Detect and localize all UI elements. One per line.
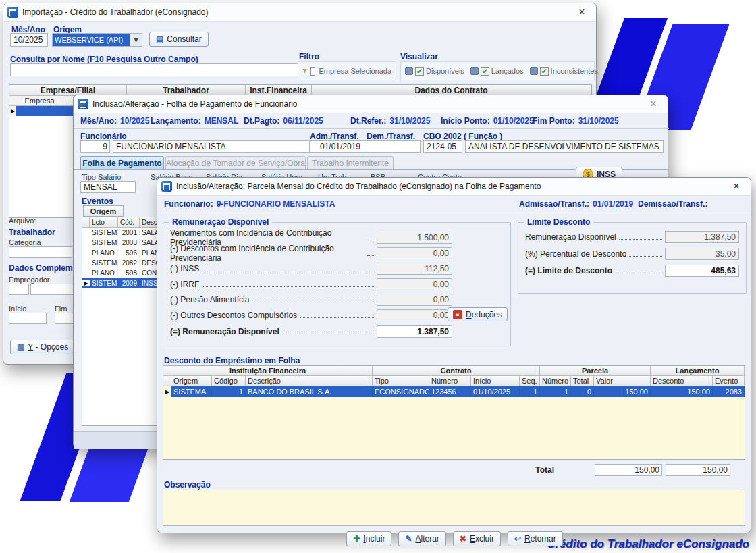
row-value-field: 0,00 (377, 309, 452, 321)
cell-lcto: SISTEMA (90, 229, 118, 236)
toggle-icon (405, 67, 413, 75)
cell-seq: 1 (520, 386, 540, 397)
alterar-button[interactable]: ✎ Alterar (398, 531, 446, 546)
mes-ano-field[interactable]: 10/2025 (10, 33, 48, 47)
cbo-name-field[interactable]: ANALISTA DE DESENVOLVIMENTO DE SISTEMAS (465, 140, 664, 153)
arquivo-label: Arquivo: (9, 217, 36, 225)
consultar-button[interactable]: ▤ Consultar (149, 32, 209, 47)
empregador-field-1[interactable] (9, 284, 29, 295)
eventos-origem-tab[interactable]: Origem (83, 205, 124, 217)
separator (74, 128, 669, 129)
row-label: (-) INSS (170, 264, 199, 273)
row-marker-icon: ▶ (82, 280, 90, 286)
row-label: (%) Percentual de Desconto (525, 249, 626, 259)
cell-descricao: BANCO DO BRASIL S.A. (246, 386, 373, 397)
visualizar-option-disponiveis[interactable]: ✔ Disponíveis (405, 67, 464, 76)
emprestimo-row-selected[interactable]: ▶ SISTEMA 1 BANCO DO BRASIL S.A. ECONSIG… (163, 386, 745, 397)
retornar-button[interactable]: ↩ Retornar (508, 531, 563, 546)
visualizar-group: ✔ Disponíveis ✔ Lançados ✔ Inconsistente… (400, 61, 595, 80)
cbo-code-field[interactable]: 2124-05 (423, 140, 462, 153)
deducoes-button[interactable]: ≡ Deduções (448, 307, 508, 321)
limite-total-row: (=) Limite de Desconto 485,63 (518, 262, 746, 279)
funcionario-code-field[interactable]: 9 (80, 140, 110, 153)
filtro-label: Filtro (299, 52, 319, 61)
limite-title: Limite Desconto (524, 217, 593, 227)
cell-desconto: 150,00 (651, 386, 713, 397)
col-tipo: Tipo (373, 376, 429, 386)
origem-selected-value: WEBSERVICE (API) (53, 34, 130, 46)
filtro-group: Empresa Selecionada (298, 61, 396, 80)
options-grid-icon: ▦ (17, 343, 24, 351)
check-icon: ✔ (415, 67, 424, 76)
admissao-pair: Admissão/Transf.:01/01/2019 (519, 199, 633, 209)
col-lcto: Lcto (90, 217, 118, 228)
app-icon (7, 7, 18, 18)
empregador-field-2[interactable] (30, 284, 74, 295)
deducoes-label: Deduções (466, 310, 502, 319)
empresa-selecionada-label: Empresa Selecionada (319, 67, 392, 75)
adm-transf-label: Adm./Transf. (310, 132, 359, 141)
emprestimo-grid-empty (163, 397, 745, 459)
chevron-down-icon[interactable]: ▾ (130, 34, 142, 46)
excluir-x-icon: ✖ (460, 535, 466, 543)
funcionario-name-field[interactable]: FUNCIONARIO MENSALISTA (113, 140, 310, 153)
fim-label: Fim (55, 305, 67, 313)
total-label: Total (514, 465, 554, 475)
dot-leader (615, 267, 662, 273)
remuneracao-title: Remuneração Disponível (169, 217, 272, 227)
col-descricao: Descrição (246, 376, 373, 386)
close-icon[interactable]: × (726, 178, 747, 194)
opcoes-label: Y - Opções (28, 342, 68, 352)
mes-ano-pair: Mês/Ano:10/2025 (80, 116, 149, 126)
close-icon[interactable]: × (572, 4, 592, 20)
window-parcela-mensal: Inclusão/Alteração: Parcela Mensal do Cr… (157, 177, 751, 533)
adm-transf-field[interactable]: 01/01/2019 (310, 140, 371, 153)
fim-ponto-pair: Fim Ponto:31/10/2025 (533, 116, 619, 126)
close-icon[interactable]: × (643, 96, 664, 112)
col-valor: Valor (594, 376, 651, 386)
incluir-button[interactable]: ✚ Incluir (346, 531, 392, 546)
consulta-nome-input[interactable] (10, 63, 299, 76)
row-label: Remuneração Disponível (525, 232, 616, 242)
categoria-field[interactable] (9, 246, 72, 258)
row-label: (-) IRRF (170, 280, 199, 289)
inicio-field[interactable] (9, 313, 47, 324)
pair-value: 9-FUNCIONARIO MENSALISTA (217, 199, 335, 209)
row-value-field: 35,00 (665, 248, 739, 260)
remuneracao-row: (-) IRRF 0,00 (163, 276, 510, 292)
visualizar-option-lancados[interactable]: ✔ Lançados (470, 67, 524, 76)
observacao-input[interactable] (163, 490, 745, 526)
col-evento: Evento (713, 376, 745, 386)
funcionario-label: Funcionário (80, 132, 127, 141)
origem-combobox[interactable]: WEBSERVICE (API) ▾ (52, 33, 142, 47)
pair-label: Fim Ponto: (533, 116, 575, 126)
row-marker-icon: ▶ (163, 389, 171, 395)
funcionario-pair: Funcionário:9-FUNCIONARIO MENSALISTA (164, 199, 335, 209)
row-label: (-) Outros Descontos Compulsórios (170, 311, 297, 320)
group-contrato: Contrato (373, 366, 540, 376)
dot-leader (629, 251, 662, 257)
cell-tipo: ECONSIGNADO (373, 386, 429, 397)
visualizar-option-inconsistentes[interactable]: ✔ Inconsistentes (530, 67, 598, 76)
excluir-button[interactable]: ✖ Excluir (453, 531, 501, 546)
toggle-icon (470, 67, 479, 75)
eventos-label: Eventos (82, 196, 113, 206)
consultar-icon: ▤ (156, 35, 163, 43)
tipo-salario-label: Tipo Salário (82, 173, 121, 181)
emprestimo-grid: Instituição Financeira Contrato Parcela … (163, 365, 745, 460)
cell-cod: 2003 (118, 239, 140, 246)
inicio-label: Início (9, 305, 26, 313)
dem-transf-label: Dem./Transf. (367, 132, 415, 141)
cell-inicio: 01/10/2025 (471, 386, 520, 397)
empresa-selecionada-checkbox[interactable] (310, 67, 315, 76)
cell-lcto: SISTEMA (90, 239, 118, 246)
tab-folha-de-pagamento[interactable]: Folha de Pagamento (80, 156, 164, 170)
dot-leader (202, 281, 374, 287)
dem-transf-field[interactable] (367, 140, 421, 153)
row-marker-icon: ▶ (9, 106, 16, 116)
cell-lcto: SISTEMA (90, 259, 118, 267)
tipo-salario-field[interactable]: MENSAL (80, 181, 136, 193)
cell-lcto: PLANO S (90, 269, 118, 277)
opcoes-button[interactable]: ▦ Y - Opções (10, 340, 75, 354)
tab-trabalho-intermitente: Trabalho Intermitente (307, 156, 394, 170)
